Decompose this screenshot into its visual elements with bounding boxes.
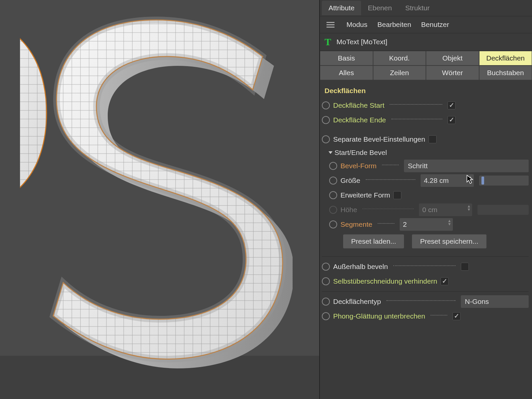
param-radio[interactable] <box>329 191 337 199</box>
disclosure-triangle-icon[interactable] <box>329 151 332 154</box>
menu-icon[interactable] <box>325 20 336 30</box>
label-deckflaeche-ende: Deckfläche Ende <box>333 116 386 124</box>
separator <box>322 256 529 257</box>
dots <box>366 179 415 180</box>
checkbox-deckflaeche-start[interactable] <box>448 101 456 109</box>
section-title: Deckflächen <box>322 82 529 98</box>
dots <box>386 300 456 301</box>
property-tabs: Basis Koord. Objekt Deckflächen Alles Ze… <box>320 51 532 80</box>
param-radio[interactable] <box>322 135 330 143</box>
dots <box>393 265 456 266</box>
input-hoehe: 0 cm▲▼ <box>419 203 472 216</box>
label-bevel-form: Bevel-Form <box>340 162 377 170</box>
proptab-koord[interactable]: Koord. <box>373 51 426 66</box>
group-start-ende-bevel[interactable]: Start/Ende Bevel <box>322 147 529 159</box>
label-ausserhalb-beveln: Außerhalb beveln <box>333 263 388 271</box>
param-radio[interactable] <box>329 177 337 185</box>
param-radio-disabled <box>329 206 337 214</box>
input-segmente[interactable]: 2▲▼ <box>400 218 453 231</box>
label-phong-glaettung: Phong-Glättung unterbrechen <box>333 312 425 320</box>
proptab-buchstaben[interactable]: Buchstaben <box>479 66 532 80</box>
proptab-objekt[interactable]: Objekt <box>426 51 479 66</box>
param-radio[interactable] <box>322 101 330 109</box>
spinner-icon[interactable]: ▲▼ <box>448 219 452 226</box>
proptab-zeilen[interactable]: Zeilen <box>373 66 426 80</box>
param-radio[interactable] <box>322 312 330 320</box>
checkbox-ausserhalb-beveln[interactable] <box>461 263 469 271</box>
label-deckflaechentyp: Deckflächentyp <box>333 298 381 306</box>
motext-icon: T <box>325 36 331 48</box>
viewport-3d[interactable] <box>0 0 319 399</box>
label-separate-bevel: Separate Bevel-Einstellungen <box>333 135 425 143</box>
object-name: MoText [MoText] <box>336 38 387 46</box>
button-preset-laden[interactable]: Preset laden... <box>343 234 404 248</box>
tab-attribute[interactable]: Attribute <box>322 1 361 15</box>
spinner-icon[interactable]: ▲▼ <box>468 175 472 182</box>
tab-ebenen[interactable]: Ebenen <box>361 1 398 15</box>
spinner-icon: ▲▼ <box>467 204 471 211</box>
dots <box>391 119 442 119</box>
proptab-alles[interactable]: Alles <box>320 66 373 80</box>
slider-knob[interactable] <box>481 177 484 185</box>
label-selbstueberschneidung: Selbstüberschneidung verhindern <box>333 277 437 285</box>
tab-struktur[interactable]: Struktur <box>399 1 437 15</box>
dropdown-deckflaechentyp[interactable]: N-Gons <box>461 295 529 308</box>
param-radio[interactable] <box>322 298 330 306</box>
label-hoehe: Höhe <box>340 206 357 214</box>
attribute-panel: Attribute Ebenen Struktur Modus Bearbeit… <box>319 0 532 399</box>
group-title: Start/Ende Bevel <box>334 149 387 157</box>
dots <box>382 165 399 165</box>
label-deckflaeche-start: Deckfläche Start <box>333 101 384 109</box>
label-erweiterte-form: Erweiterte Form <box>340 191 390 199</box>
proptab-deckflaechen[interactable]: Deckflächen <box>479 51 532 66</box>
proptab-woerter[interactable]: Wörter <box>426 66 479 80</box>
param-radio[interactable] <box>329 220 337 228</box>
slider-hoehe <box>477 205 529 215</box>
separator <box>322 291 529 292</box>
toolbar-benutzer[interactable]: Benutzer <box>421 21 449 29</box>
param-radio[interactable] <box>329 162 337 170</box>
dots <box>431 315 447 316</box>
proptab-basis[interactable]: Basis <box>320 51 373 66</box>
slider-groesse[interactable] <box>479 176 529 186</box>
checkbox-separate-bevel[interactable] <box>429 135 437 143</box>
checkbox-erweiterte-form[interactable] <box>393 191 401 199</box>
checkbox-deckflaeche-ende[interactable] <box>448 116 456 124</box>
checkbox-phong-glaettung[interactable] <box>453 312 461 320</box>
label-groesse: Größe <box>340 177 360 185</box>
button-preset-speichern[interactable]: Preset speichern... <box>412 234 486 248</box>
input-groesse[interactable]: 4.28 cm▲▼ <box>421 174 474 187</box>
param-radio[interactable] <box>322 277 330 285</box>
param-radio[interactable] <box>322 116 330 124</box>
panel-tabs: Attribute Ebenen Struktur <box>320 0 532 16</box>
dropdown-bevel-form[interactable]: Schritt <box>404 160 529 172</box>
checkbox-selbstueberschneidung[interactable] <box>441 277 449 285</box>
toolbar-modus[interactable]: Modus <box>346 21 367 29</box>
toolbar-bearbeiten[interactable]: Bearbeiten <box>377 21 411 29</box>
label-segmente: Segmente <box>340 220 372 228</box>
dots <box>362 208 414 209</box>
viewport-mesh-letter[interactable] <box>20 7 293 386</box>
dots <box>378 223 394 224</box>
dots <box>390 104 442 105</box>
param-radio[interactable] <box>322 263 330 271</box>
panel-toolbar: Modus Bearbeiten Benutzer <box>320 16 532 33</box>
object-header: T MoText [MoText] <box>320 33 532 51</box>
